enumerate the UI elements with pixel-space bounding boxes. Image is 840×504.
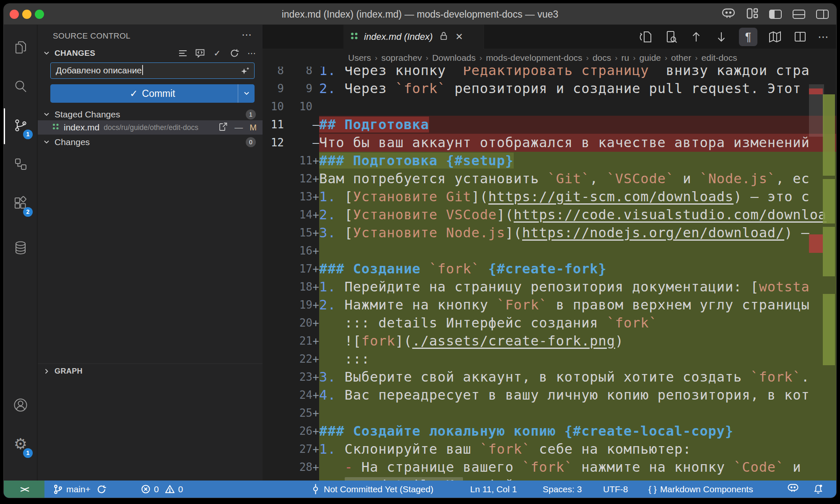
sidebar-item-extensions[interactable]: 2 xyxy=(4,188,37,218)
changes-count-badge: 0 xyxy=(246,137,256,147)
diff-marker: + xyxy=(312,314,319,332)
copilot-icon[interactable] xyxy=(721,8,736,20)
code-text: 1. Через кнопку `Редактировать страницу`… xyxy=(319,67,836,80)
breadcrumb-separator: › xyxy=(695,53,697,62)
code-line: 24+4. Вас переадресует в вашу личную коп… xyxy=(263,386,836,404)
breadcrumb-item[interactable]: Users xyxy=(348,53,371,63)
copilot-status-item[interactable] xyxy=(787,481,799,498)
commit-dropdown-button[interactable] xyxy=(238,84,255,103)
breadcrumb-item[interactable]: guide xyxy=(640,53,661,63)
branch-status-item[interactable]: main+ xyxy=(53,481,107,498)
database-icon xyxy=(13,240,28,255)
code-text: 1. Перейдите на страницу репозитория док… xyxy=(319,278,836,296)
code-text: 1. [Установите Git](https://git-scm.com/… xyxy=(319,188,836,206)
view-as-list-icon[interactable] xyxy=(178,48,188,58)
added-lines-mark xyxy=(823,179,835,223)
cursor-position-item[interactable]: Ln 11, Col 1 xyxy=(470,481,517,498)
toggle-primary-sidebar-icon[interactable] xyxy=(769,10,782,19)
code-line: 18+1. Перейдите на страницу репозитория … xyxy=(263,278,836,296)
tab-bar[interactable]: index.md (Index) ✕ ¶ xyxy=(263,25,836,49)
lock-icon xyxy=(438,31,449,43)
changes-group-header[interactable]: Changes 0 xyxy=(38,135,263,148)
breadcrumb-item[interactable]: ru xyxy=(622,53,629,63)
account-icon xyxy=(13,397,28,413)
branch-name: main+ xyxy=(66,484,91,494)
line-number-modified: 28 xyxy=(284,458,312,476)
graph-section-header[interactable]: GRAPH xyxy=(38,364,263,379)
close-tab-icon[interactable]: ✕ xyxy=(455,31,463,42)
changes-group-label: Changes xyxy=(55,137,90,147)
breadcrumb-item[interactable]: other xyxy=(671,53,691,63)
commit-button[interactable]: ✓ Commit xyxy=(50,84,255,103)
code-text: 3. [Установите Node.js](https://nodejs.o… xyxy=(319,224,836,242)
commit-check-icon[interactable]: ✓ xyxy=(212,48,222,58)
staged-changes-header[interactable]: Staged Changes 1 xyxy=(38,108,263,121)
editor-more-actions-icon[interactable]: ⋯ xyxy=(818,31,830,44)
commit-status-item[interactable]: Not Committed Yet (Staged) xyxy=(311,481,433,498)
notifications-item[interactable] xyxy=(812,481,824,498)
diff-editor-content[interactable]: 881. Через кнопку `Редактировать страниц… xyxy=(263,67,836,481)
breadcrumb-item[interactable]: mods-development-docs xyxy=(486,53,583,63)
commit-message-icon[interactable] xyxy=(195,48,205,58)
toggle-secondary-sidebar-icon[interactable] xyxy=(816,10,829,19)
open-file-icon[interactable] xyxy=(218,122,228,133)
code-text xyxy=(319,98,836,116)
unstage-changes-icon[interactable]: — xyxy=(234,123,243,132)
code-line: 17+### Создание `fork` {#create-fork} xyxy=(263,260,836,278)
indentation-item[interactable]: Spaces: 3 xyxy=(543,481,582,498)
changes-section-header[interactable]: CHANGES ✓ ⋯ xyxy=(38,47,263,60)
problems-status-item[interactable]: 0 0 xyxy=(141,481,183,498)
diff-marker xyxy=(312,67,319,80)
previous-change-icon[interactable] xyxy=(689,29,704,44)
graph-label: GRAPH xyxy=(55,367,83,376)
settings-button[interactable]: ⚙ 1 xyxy=(4,429,37,459)
titlebar[interactable]: index.md (Index) (index.md) — mods-devel… xyxy=(4,4,836,25)
staged-file-row[interactable]: index.md docs/ru/guide/other/edit-docs —… xyxy=(38,120,263,135)
sidebar-item-database[interactable] xyxy=(4,233,37,262)
breadcrumb[interactable]: Users›soprachev›Downloads›mods-developme… xyxy=(263,49,836,67)
code-text: 2. Через `fork` репозитория и создание p… xyxy=(319,80,836,98)
sidebar-item-source-control[interactable]: 1 xyxy=(4,111,37,140)
line-number-original xyxy=(263,332,284,350)
breadcrumb-item[interactable]: docs xyxy=(593,53,611,63)
code-line: 23+3. Выберите свой аккаунт, в который х… xyxy=(263,368,836,386)
activity-bar: 1 2 xyxy=(4,25,37,481)
sidebar-item-hierarchy[interactable] xyxy=(4,149,37,179)
toggle-panel-icon[interactable] xyxy=(793,10,805,19)
refresh-icon[interactable] xyxy=(229,48,239,58)
code-line: 12–Что бы ваш аккаунт отображался в каче… xyxy=(263,134,836,152)
more-actions-icon[interactable]: ⋯ xyxy=(247,48,257,58)
sidebar-more-actions-icon[interactable]: ⋯ xyxy=(242,29,252,41)
commit-message-input[interactable]: Добавлено описание xyxy=(50,62,255,79)
staged-changes-label: Staged Changes xyxy=(55,109,120,120)
open-changes-icon[interactable] xyxy=(638,29,653,44)
open-preview-icon[interactable] xyxy=(663,29,679,44)
code-line: 28+ - На странице вашего `fork` нажмите … xyxy=(263,458,836,476)
breadcrumb-item[interactable]: soprachev xyxy=(381,53,422,63)
tab-index-md[interactable]: index.md (Index) ✕ xyxy=(343,25,484,49)
code-text: ::: details Интерфейс создания `fork` xyxy=(319,314,836,332)
accounts-button[interactable] xyxy=(4,390,37,420)
code-text xyxy=(319,242,836,260)
sparkle-icon[interactable] xyxy=(240,66,250,81)
remote-indicator[interactable]: >< xyxy=(4,481,44,498)
line-number-modified: 23 xyxy=(284,368,312,386)
map-icon[interactable] xyxy=(767,29,783,44)
breadcrumb-item[interactable]: edit-docs xyxy=(702,53,737,63)
pilcrow-toggle-icon[interactable]: ¶ xyxy=(739,28,757,46)
code-text: ::: xyxy=(319,350,836,368)
sidebar-item-search[interactable] xyxy=(4,72,37,101)
line-number-original xyxy=(263,206,284,224)
customize-layout-icon[interactable] xyxy=(746,8,758,21)
code-text: - На странице вашего `fork` нажмите на к… xyxy=(319,458,836,476)
breadcrumb-item[interactable]: Downloads xyxy=(432,53,476,63)
split-editor-icon[interactable] xyxy=(793,29,808,44)
line-number-modified: 25 xyxy=(284,404,312,422)
next-change-icon[interactable] xyxy=(714,29,729,44)
language-mode-item[interactable]: { } Markdown Components xyxy=(648,481,753,498)
line-number-original xyxy=(263,242,284,260)
encoding-item[interactable]: UTF-8 xyxy=(603,481,628,498)
code-text: ![fork](./assets/create-fork.png) xyxy=(319,332,836,350)
sidebar-item-explorer[interactable] xyxy=(4,33,37,62)
code-text: 1. Склонируйте ваш `fork` себе на компью… xyxy=(319,440,836,458)
